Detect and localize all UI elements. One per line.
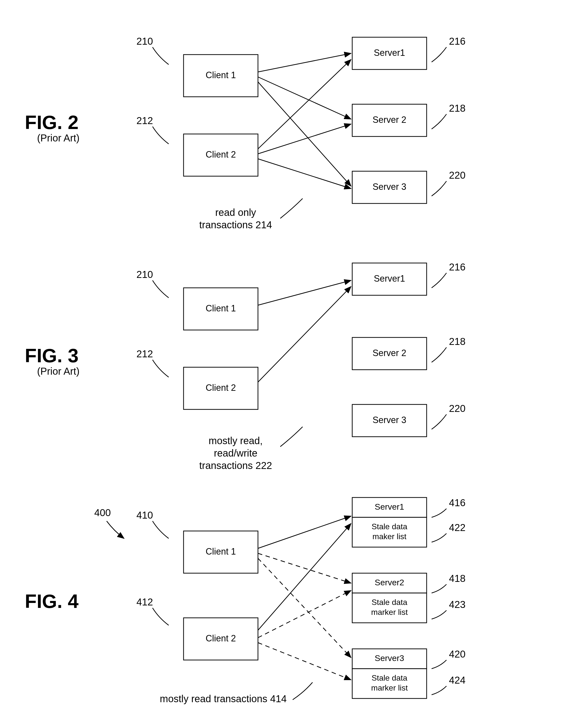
leader-arrow [432,660,447,669]
fig3-server3-ref: 220 [449,403,466,414]
fig2-caption-line2: transactions 214 [199,219,272,230]
fig3-title: FIG. 3 [25,345,79,367]
leader-arrow [432,584,447,593]
fig4-title: FIG. 4 [25,590,79,612]
arrow-solid [258,516,351,548]
leader-arrow [153,280,169,298]
arrow [258,124,351,154]
fig2-server1-label: Server1 [374,48,405,58]
fig2-client1-label: Client 1 [206,70,236,80]
fig4-server2-label: Server2 [374,578,404,587]
fig3: FIG. 3 (Prior Art) Client 1 210 Client 2… [25,261,466,471]
fig3-server2-label: Server 2 [372,348,406,358]
leader-arrow [432,273,447,288]
leader-arrow [432,611,447,619]
arrow [258,82,351,186]
arrow-dashed [258,643,351,680]
fig2-client1-ref: 210 [136,36,153,47]
fig2-server2-ref: 218 [449,103,466,113]
fig2: FIG. 2 (Prior Art) Client 1 210 Client 2… [25,36,466,230]
fig4-server1-stale-ref: 422 [449,522,466,533]
fig4-server2-stale-line2: marker list [371,608,408,617]
fig4-server2-stale-line1: Stale data [371,598,407,607]
fig4-server2-stale-ref: 423 [449,599,466,610]
fig3-server3-label: Server 3 [372,415,406,425]
leader-arrow [432,414,447,429]
leader-arrow [280,199,303,218]
fig4-server1-stale-line2: maker list [372,532,406,541]
arrow [258,59,351,149]
fig4-server3-ref: 420 [449,649,466,660]
fig2-server1-ref: 216 [449,36,466,47]
fig4-server2-ref: 418 [449,573,466,584]
fig3-server1-ref: 216 [449,261,466,272]
arrow [258,159,351,189]
fig3-client2-label: Client 2 [206,383,236,393]
leader-arrow [432,47,447,62]
arrow-dashed [258,553,351,583]
fig4-server3-label: Server3 [374,653,404,663]
fig4-server1-stale-line1: Stale data [371,522,407,531]
fig4-caption: mostly read transactions 414 [160,693,286,704]
leader-arrow [432,686,447,695]
fig4: FIG. 4 400 Client 1 410 Client 2 412 Ser… [25,497,466,704]
leader-arrow [432,509,447,517]
fig3-caption-line2: read/write [214,448,257,459]
fig3-client2-ref: 212 [136,348,153,359]
fig4-server3-stale-ref: 424 [449,675,466,686]
leader-arrow [432,181,447,196]
arrow [258,280,351,305]
leader-arrow [432,347,447,362]
fig4-server3-stale-line1: Stale data [371,673,407,682]
leader-arrow [153,608,169,625]
fig2-caption-line1: read only [215,207,256,218]
fig3-server2-ref: 218 [449,336,466,347]
fig4-client2-ref: 412 [136,596,153,608]
leader-arrow [432,114,447,129]
fig4-client1-label: Client 1 [206,546,236,556]
fig2-subtitle: (Prior Art) [37,133,79,144]
leader-arrow [153,127,169,144]
fig3-client1-ref: 210 [136,269,153,280]
arrow-dashed [258,558,351,658]
fig4-server1-ref: 416 [449,497,466,508]
fig2-client2-ref: 212 [136,115,153,126]
fig2-title: FIG. 2 [25,111,79,133]
leader-arrow [293,682,313,700]
fig4-server1-label: Server1 [374,502,404,511]
leader-arrow [153,360,169,377]
fig3-server1-label: Server1 [374,273,405,284]
fig2-server3-label: Server 3 [372,182,406,192]
fig3-caption-line1: mostly read, [209,435,263,446]
diagram-canvas: FIG. 2 (Prior Art) Client 1 210 Client 2… [0,0,570,728]
fig3-client1-label: Client 1 [206,303,236,313]
fig4-client1-ref: 410 [136,510,153,521]
fig2-client2-label: Client 2 [206,149,236,160]
leader-arrow [432,533,447,542]
leader-arrow [153,521,169,538]
fig3-subtitle: (Prior Art) [37,366,79,377]
fig4-ref: 400 [94,507,111,518]
fig4-client2-label: Client 2 [206,633,236,644]
arrow [258,287,351,382]
arrow [258,53,351,72]
leader-arrow [153,47,169,64]
leader-arrow [280,427,303,447]
fig2-server2-label: Server 2 [372,114,406,125]
fig2-server3-ref: 220 [449,170,466,181]
fig4-server3-stale-line2: marker list [371,683,408,692]
leader-arrow [107,521,124,538]
fig3-caption-line3: transactions 222 [199,460,272,471]
